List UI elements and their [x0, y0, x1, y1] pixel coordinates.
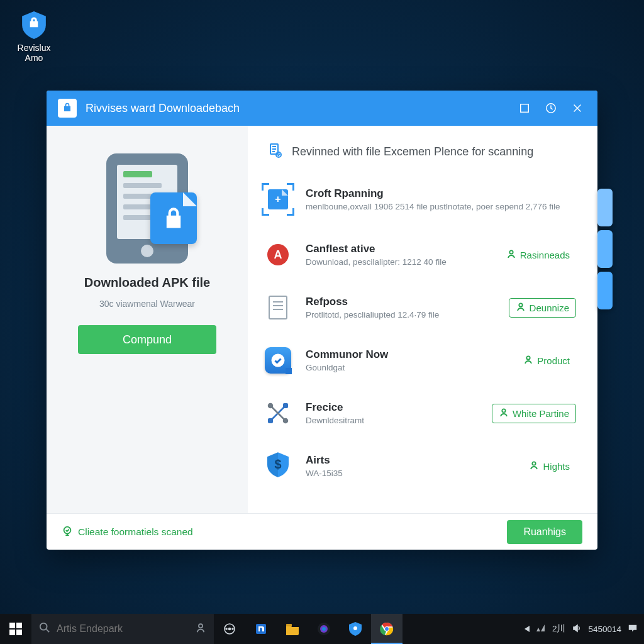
tools-cross-icon — [265, 401, 291, 426]
person-icon — [529, 460, 539, 472]
svg-point-12 — [502, 409, 505, 412]
tray-text: 2川 — [552, 623, 566, 635]
row-title: Refposs — [306, 296, 499, 308]
person-icon — [523, 355, 533, 367]
document-mini-icon — [269, 296, 287, 319]
scan-status: Clieate foormatiels scaned — [62, 525, 193, 539]
dock-tab[interactable] — [597, 189, 613, 226]
minimize-button[interactable] — [516, 99, 533, 117]
row-desc: Protlitotd, pesclialiupted 12.4·79 file — [306, 310, 499, 319]
task-view-icon[interactable] — [214, 614, 245, 644]
svg-point-21 — [232, 628, 233, 630]
result-row: Croft Rpanning menlboune,oxvall 1906 251… — [257, 173, 580, 228]
tray-clock[interactable]: 5450014 — [588, 625, 621, 634]
status-check-icon — [62, 525, 73, 539]
row-action-label: Hights — [543, 461, 570, 472]
titlebar[interactable]: Rivvises ward Downloadebach — [47, 91, 597, 126]
app-security-icon[interactable] — [340, 614, 371, 644]
red-a-icon: A — [267, 244, 289, 265]
row-desc: Gounldgat — [306, 363, 507, 372]
lock-file-icon — [150, 192, 197, 244]
scan-document-icon — [262, 183, 294, 216]
row-desc: menlboune,oxvall 1906 2514 file pustlnot… — [306, 202, 576, 211]
scan-status-text: Clieate foormatiels scaned — [78, 526, 193, 538]
svg-point-30 — [385, 627, 389, 631]
result-row: Frecice Dewnldesitramt White Partine — [257, 387, 580, 440]
row-desc: Dowunload, pescіlalipter: 1212 40 file — [306, 257, 490, 267]
row-title: Frecice — [306, 401, 482, 414]
svg-rect-22 — [256, 624, 266, 634]
row-action-button[interactable]: White Partine — [492, 404, 576, 423]
svg-point-7 — [527, 356, 530, 359]
dock-tab[interactable] — [597, 272, 613, 309]
side-title: Downloaded APK file — [84, 275, 210, 290]
scan-header-icon — [267, 142, 283, 162]
svg-rect-23 — [286, 624, 292, 626]
taskbar-apps — [214, 614, 402, 644]
row-desc: Dewnldesitramt — [306, 416, 482, 425]
window-title: Rivvises ward Downloadebach — [86, 102, 507, 115]
svg-point-5 — [519, 303, 522, 306]
scan-results-list[interactable]: Croft Rpanning menlboune,oxvall 1906 251… — [248, 169, 597, 513]
svg-point-4 — [509, 250, 513, 253]
row-title: Communor Now — [306, 348, 507, 361]
row-title: Canflest ative — [306, 243, 490, 255]
svg-point-16 — [40, 623, 47, 630]
row-desc: WA-15i35 — [306, 469, 513, 478]
clock-button[interactable] — [542, 99, 560, 117]
taskbar: 2川 5450014 — [0, 614, 644, 644]
dock-tab[interactable] — [597, 230, 613, 268]
compund-button[interactable]: Compund — [78, 325, 216, 354]
row-action-button[interactable]: Rasinneads — [500, 246, 576, 264]
row-action-button[interactable]: Product — [517, 352, 576, 370]
close-button[interactable] — [569, 99, 586, 117]
system-tray[interactable]: 2川 5450014 — [523, 623, 644, 635]
main-heading: Revinned with file Excemen Plence for sc… — [248, 126, 597, 169]
action-center-icon[interactable] — [628, 623, 638, 635]
svg-point-15 — [64, 526, 71, 533]
row-action-label: Rasinneads — [520, 250, 570, 260]
search-input[interactable] — [57, 623, 189, 635]
app-chrome-icon[interactable] — [371, 614, 402, 644]
row-action-label: Product — [537, 355, 570, 366]
svg-point-19 — [229, 628, 231, 630]
person-icon — [506, 249, 516, 261]
app-explorer-icon[interactable] — [277, 614, 308, 644]
row-action-label: White Partine — [513, 408, 569, 419]
svg-rect-10 — [283, 403, 288, 408]
svg-point-8 — [269, 404, 272, 408]
row-title: Airts — [306, 454, 513, 467]
svg-point-26 — [322, 627, 326, 631]
svg-rect-0 — [521, 104, 529, 113]
blue-check-icon — [265, 347, 291, 374]
svg-point-9 — [284, 419, 287, 423]
person-icon — [499, 408, 509, 419]
desktop-shortcut[interactable]: Revislux Amo — [11, 11, 57, 63]
tray-network-icon[interactable] — [536, 623, 546, 635]
side-subtitle: 30c viawmenal Warwear — [99, 299, 195, 309]
tray-overflow-icon[interactable] — [525, 626, 530, 632]
window-footer: Clieate foormatiels scaned Ruanhigs — [47, 513, 597, 550]
row-title: Croft Rpanning — [306, 187, 576, 200]
app-edge-icon[interactable] — [245, 614, 277, 644]
search-icon — [39, 622, 50, 636]
run-button[interactable]: Ruanhigs — [507, 520, 582, 544]
row-action-button[interactable]: Deunnize — [509, 298, 576, 318]
row-action-button[interactable]: Hights — [523, 457, 576, 475]
result-row: A Canflest ative Dowunload, pescіlalipte… — [257, 228, 580, 281]
start-button[interactable] — [0, 614, 31, 644]
app-window: Rivvises ward Downloadebach — [47, 91, 597, 550]
result-row: Communor Now Gounldgat Product — [257, 334, 580, 387]
app-camera-icon[interactable] — [308, 614, 340, 644]
tray-volume-icon[interactable] — [572, 623, 582, 635]
cortana-people-icon[interactable] — [195, 622, 206, 636]
result-row: Refposs Protlitotd, pesclialiupted 12.4·… — [257, 281, 580, 334]
person-icon — [516, 302, 526, 314]
svg-rect-11 — [268, 418, 273, 423]
taskbar-search[interactable] — [31, 614, 214, 644]
svg-text:$: $ — [274, 457, 281, 471]
side-dock-tabs[interactable] — [597, 189, 613, 309]
row-action-label: Deunnize — [530, 303, 569, 313]
main-heading-text: Revinned with file Excemen Plence for sc… — [292, 145, 533, 158]
svg-point-17 — [199, 624, 203, 628]
